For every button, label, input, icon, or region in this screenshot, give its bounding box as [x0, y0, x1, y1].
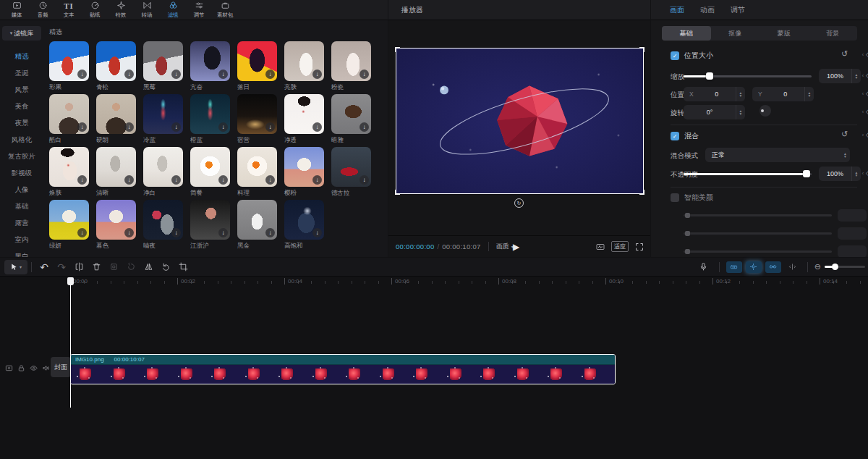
subtab-背景[interactable]: 背景 — [809, 26, 858, 41]
nav-audio[interactable]: 音频 — [30, 1, 55, 19]
linkage-icon[interactable] — [765, 261, 781, 273]
filter-card-江浙沪[interactable]: ↓江浙沪 — [190, 200, 230, 250]
filter-card-净白[interactable]: ↓净白 — [143, 147, 183, 198]
sidebar-item-人像[interactable]: 人像 — [0, 182, 43, 197]
timeline-clip[interactable]: IMG10.png 00:00:10:07 — [70, 354, 616, 384]
render-preview-icon[interactable] — [595, 243, 605, 251]
scale-value-field[interactable]: 100% ▴▾ — [819, 69, 861, 83]
filter-card-清晰[interactable]: ↓清晰 — [96, 147, 136, 198]
split-icon[interactable] — [70, 260, 88, 274]
mute-icon[interactable] — [42, 364, 50, 372]
opacity-slider-knob[interactable] — [803, 170, 810, 177]
filter-card-亮肤[interactable]: ↓亮肤 — [284, 41, 324, 92]
lock-icon[interactable] — [17, 364, 25, 372]
sidebar-item-室内[interactable]: 室内 — [0, 232, 43, 247]
filter-card-酷白[interactable]: ↓酷白 — [49, 94, 89, 145]
stepper-icon[interactable]: ▴▾ — [851, 167, 861, 181]
sidebar-item-复古胶片[interactable]: 复古胶片 — [0, 149, 43, 164]
rotate-value-field[interactable]: 0° ▴▾ — [684, 105, 745, 119]
reset-icon[interactable]: ↺ — [841, 130, 848, 139]
subtab-基础[interactable]: 基础 — [662, 26, 711, 41]
stepper-icon[interactable]: ▴▾ — [736, 105, 745, 119]
nav-effects[interactable]: 特效 — [109, 1, 133, 19]
tab-调节[interactable]: 调节 — [731, 5, 745, 15]
zoom-out-icon[interactable]: ⊖ — [814, 262, 821, 271]
keyframe-icon[interactable]: ‹◇ — [862, 51, 868, 58]
filter-card-绿妍[interactable]: ↓绿妍 — [49, 200, 89, 250]
filter-card-亢奋[interactable]: ↓亢奋 — [190, 41, 230, 92]
stepper-icon[interactable]: ▴▾ — [841, 148, 850, 162]
main-track-magnet-icon[interactable] — [726, 261, 742, 273]
filter-card-樱粉[interactable]: ↓樱粉 — [284, 147, 324, 198]
sidebar-item-美食[interactable]: 美食 — [0, 99, 43, 114]
keyframe-icon[interactable]: ‹◇ — [862, 131, 868, 138]
preview-quality-dropdown[interactable]: 画质 ▾ — [488, 242, 514, 251]
track-thumbnail-icon[interactable] — [5, 364, 13, 372]
filter-card-青松[interactable]: ↓青松 — [96, 41, 136, 92]
timeline-zoom-slider[interactable] — [825, 266, 865, 268]
keyframe-icon[interactable]: ‹◇ — [862, 72, 868, 79]
nav-assets[interactable]: 素材包 — [213, 1, 237, 19]
blend-checkbox[interactable]: ✓ — [671, 132, 679, 140]
play-button[interactable]: ▶ — [513, 242, 519, 252]
stepper-icon[interactable]: ▴▾ — [736, 87, 745, 101]
filter-card-宿营[interactable]: ↓宿营 — [237, 94, 277, 145]
redo-icon[interactable]: ↷ — [53, 260, 70, 274]
filter-card-晴夜[interactable]: ↓晴夜 — [143, 200, 183, 250]
filter-card-粉瓷[interactable]: ↓粉瓷 — [331, 41, 371, 92]
record-voiceover-icon[interactable] — [695, 260, 712, 274]
filter-card-硬朗[interactable]: ↓硬朗 — [96, 94, 136, 145]
opacity-slider[interactable] — [684, 173, 812, 175]
filter-card-暗雅[interactable]: ↓暗雅 — [331, 94, 371, 145]
timeline-ruler[interactable]: 00:0000:0200:0400:0600:0800:1000:1200:14 — [0, 277, 868, 287]
crop-icon[interactable] — [174, 260, 192, 274]
filter-card-黑莓[interactable]: ↓黑莓 — [143, 41, 183, 92]
auto-snap-icon[interactable] — [746, 261, 762, 273]
selection-corner-handle[interactable] — [395, 47, 400, 52]
filter-card-黑金[interactable]: ↓黑金 — [237, 200, 277, 250]
stepper-icon[interactable]: ▴▾ — [804, 87, 814, 101]
filter-card-净透[interactable]: ↓净透 — [284, 94, 324, 145]
opacity-value-field[interactable]: 100% ▴▾ — [819, 167, 861, 181]
selection-corner-handle[interactable] — [639, 47, 644, 52]
position-x-field[interactable]: X 0 ▴▾ — [684, 87, 745, 101]
filter-card-暮色[interactable]: ↓暮色 — [96, 200, 136, 250]
position-y-field[interactable]: Y 0 ▴▾ — [752, 87, 814, 101]
mirror-icon[interactable] — [140, 260, 157, 274]
nav-filters[interactable]: 滤镜 — [161, 1, 185, 19]
select-tool-button[interactable]: ▾ — [4, 260, 27, 274]
filter-card-冷蓝[interactable]: ↓冷蓝 — [143, 94, 183, 145]
sidebar-item-风格化[interactable]: 风格化 — [0, 132, 43, 147]
sidebar-item-露营[interactable]: 露营 — [0, 216, 43, 230]
reverse-icon[interactable] — [122, 260, 140, 274]
keyframe-icon[interactable]: ‹◇ — [862, 108, 868, 115]
filter-card-高饱和[interactable]: ↓高饱和 — [284, 200, 324, 250]
filter-card-橙蓝[interactable]: ↓橙蓝 — [190, 94, 230, 145]
blend-mode-dropdown[interactable]: 正常 ▴▾ — [705, 148, 850, 162]
playhead-handle[interactable] — [67, 277, 74, 285]
filter-card-彩果[interactable]: ↓彩果 — [49, 41, 89, 92]
preview-axis-icon[interactable] — [785, 261, 801, 273]
freeze-frame-icon[interactable] — [105, 260, 122, 274]
fullscreen-icon[interactable] — [634, 243, 644, 251]
sidebar-group-filter-library[interactable]: ▾ 滤镜库 — [2, 26, 41, 41]
filter-card-简餐[interactable]: ↓简餐 — [190, 147, 230, 198]
filter-card-料理[interactable]: ↓料理 — [237, 147, 277, 198]
sidebar-item-精选[interactable]: 精选 — [0, 49, 43, 64]
fit-button[interactable]: 适应 — [611, 241, 629, 252]
sidebar-item-基础[interactable]: 基础 — [0, 199, 43, 214]
subtab-抠像[interactable]: 抠像 — [711, 26, 760, 41]
canvas-rotate-handle[interactable]: ↻ — [514, 198, 524, 208]
undo-icon[interactable]: ↶ — [35, 260, 53, 274]
keyframe-icon[interactable]: ‹◇ — [862, 90, 868, 97]
tab-动画[interactable]: 动画 — [700, 5, 715, 15]
nav-text[interactable]: TI文本 — [56, 1, 81, 19]
position-size-checkbox[interactable]: ✓ — [671, 51, 679, 60]
scale-slider-knob[interactable] — [706, 72, 713, 80]
sidebar-item-黑白[interactable]: 黑白 — [0, 249, 43, 257]
nav-media[interactable]: 媒体 — [4, 1, 29, 19]
filter-card-德古拉[interactable]: ↓德古拉 — [331, 147, 371, 198]
scale-slider[interactable] — [684, 75, 812, 77]
preview-canvas[interactable] — [396, 48, 644, 194]
nav-transitions[interactable]: 转场 — [135, 1, 159, 19]
